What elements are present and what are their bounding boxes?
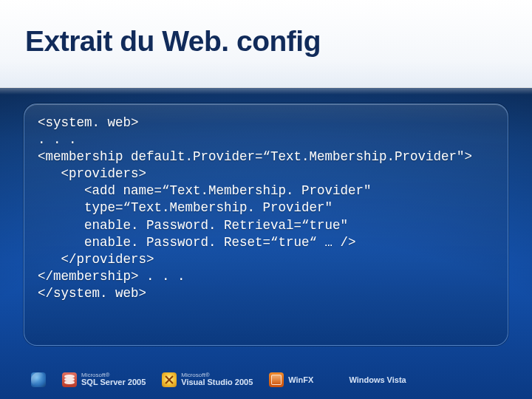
logo-winfx: WinFX	[269, 372, 313, 387]
header-gloss	[0, 87, 532, 95]
visualstudio-icon	[162, 372, 177, 387]
windows-flag-icon	[329, 372, 345, 387]
logo-windowsvista: Windows Vista	[330, 372, 406, 387]
logo-vs-main: Visual Studio 2005	[181, 378, 253, 387]
code-panel: <system. web> . . . <membership default.…	[24, 103, 508, 346]
code-block: <system. web> . . . <membership default.…	[38, 115, 494, 302]
logo-vista-label: Windows Vista	[349, 375, 406, 384]
logo-sql-main: SQL Server 2005	[81, 378, 146, 387]
logo-sqlserver: Microsoft® SQL Server 2005	[62, 372, 146, 387]
logo-winfx-label: WinFX	[288, 375, 313, 384]
logo-sql-small: Microsoft®	[81, 372, 146, 378]
hp-icon	[31, 372, 46, 387]
footer-logos: Microsoft® SQL Server 2005 Microsoft® Vi…	[0, 365, 532, 399]
winfx-icon	[269, 372, 284, 387]
slide-title: Extrait du Web. config	[25, 25, 321, 58]
logo-hp	[31, 372, 46, 387]
logo-visualstudio: Microsoft® Visual Studio 2005	[162, 372, 253, 387]
sqlserver-icon	[62, 372, 77, 387]
slide: Extrait du Web. config <system. web> . .…	[0, 0, 532, 399]
logo-vs-small: Microsoft®	[181, 372, 253, 378]
